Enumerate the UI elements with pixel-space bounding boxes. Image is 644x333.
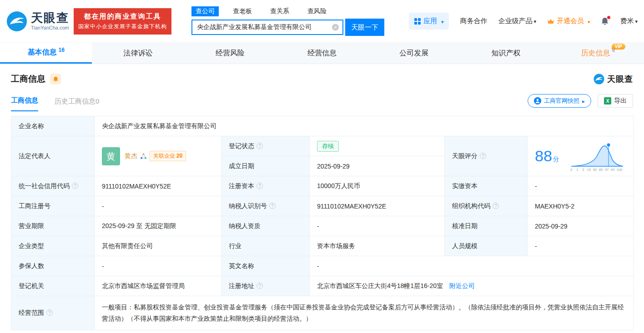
table-row: 企业类型 其他有限责任公司 行业 资本市场服务 人员规模 - — [11, 236, 634, 256]
search-button[interactable]: 天眼一下 — [345, 19, 384, 36]
authority-value: 北京市西城区市场监督管理局 — [95, 276, 221, 296]
svg-text:X: X — [606, 99, 609, 104]
svg-text:3: 3 — [582, 168, 584, 172]
field-label-credit-code: 统一社会信用代码 — [11, 176, 95, 196]
logo-subtitle: TianYanCha.com — [31, 25, 69, 30]
promo-banner: 都在用的商业查询工具 国家中小企业发展子基金旗下机构 — [74, 8, 171, 35]
nearby-companies-link[interactable]: 附近公司 — [449, 282, 475, 289]
field-label-reg-status: 登记状态 — [221, 136, 310, 156]
company-type-value: 其他有限责任公司 — [95, 236, 221, 256]
help-icon[interactable] — [257, 143, 263, 149]
table-row: 工商注册号 - 纳税人识别号 91110102MAEXH0Y52E 组织机构代码… — [11, 196, 634, 216]
tab-operation-risk[interactable]: 经营风险 — [184, 43, 276, 64]
tab-legal-litigation[interactable]: 法律诉讼 — [92, 43, 184, 64]
help-icon[interactable] — [493, 203, 499, 209]
subtab-history-business-info[interactable]: 历史工商信息0 — [55, 97, 99, 111]
tab-intellectual-property[interactable]: 知识产权 — [460, 43, 552, 64]
company-nav-tabs: 基本信息16 法律诉讼 经营风险 经营信息 公司发展 知识产权 VIP 历史信息… — [0, 42, 644, 64]
svg-text:1: 1 — [576, 168, 578, 172]
nav-cooperation[interactable]: 商务合作 — [460, 17, 487, 25]
taxpayer-quali-value: - — [310, 216, 445, 236]
field-label-legal-rep: 法定代表人 — [11, 136, 95, 176]
field-label-address: 注册地址 — [221, 276, 310, 296]
table-row: 企业名称 央企战新产业发展私募基金管理有限公司 — [11, 116, 634, 136]
svg-text:97: 97 — [605, 168, 609, 172]
term-value: 2025-09-29 至 无固定期限 — [95, 216, 221, 236]
help-icon[interactable] — [480, 153, 486, 159]
search-tab-relation[interactable]: 查关系 — [266, 6, 293, 16]
subtab-business-info[interactable]: 工商信息 — [11, 96, 38, 111]
official-snapshot-button[interactable]: 工商官网快照 — [528, 94, 591, 108]
arrow-right-icon — [582, 98, 585, 104]
apps-label: 应用 — [423, 17, 437, 25]
promo-line-2: 国家中小企业发展子基金旗下机构 — [78, 23, 167, 30]
tab-count: 4 — [612, 47, 615, 54]
help-icon[interactable] — [269, 203, 276, 209]
field-label-reg-no: 工商注册号 — [11, 196, 95, 216]
chevron-down-icon — [440, 17, 444, 25]
search-tab-company[interactable]: 查公司 — [191, 6, 219, 16]
help-icon[interactable] — [46, 309, 53, 316]
apps-menu[interactable]: 应用 — [409, 13, 449, 30]
field-label-paid-capital: 实缴资本 — [445, 176, 528, 196]
legal-rep-avatar[interactable]: 黄 — [102, 147, 120, 165]
chevron-down-icon — [586, 17, 590, 25]
svg-text:15: 15 — [587, 168, 591, 172]
svg-text:0: 0 — [570, 168, 572, 172]
tab-basic-info[interactable]: 基本信息16 — [0, 43, 92, 64]
tab-history-info[interactable]: VIP 历史信息4 — [552, 43, 644, 64]
search-tab-risk[interactable]: 查风险 — [303, 6, 331, 16]
establish-date-value: 2025-09-29 — [310, 156, 445, 176]
help-icon[interactable] — [257, 283, 263, 289]
help-icon[interactable] — [72, 183, 78, 189]
field-label-industry: 行业 — [221, 236, 310, 256]
search-input[interactable] — [191, 20, 343, 35]
legal-rep-cell: 黄 黄杰 关联企业20 — [95, 136, 221, 176]
field-label-authority: 登记机关 — [11, 276, 95, 296]
legal-rep-name-link[interactable]: 黄杰 — [125, 152, 137, 160]
field-label-company-type: 企业类型 — [11, 236, 95, 256]
reg-status-value: 存续 — [310, 136, 445, 156]
field-label-term: 营业期限 — [11, 216, 95, 236]
approve-date-value: 2025-09-29 — [528, 216, 634, 236]
help-icon[interactable] — [257, 183, 263, 189]
field-label-company-name: 企业名称 — [11, 116, 95, 136]
nav-enterprise-products[interactable]: 企业级产品 — [498, 17, 536, 25]
table-row: 法定代表人 黄 黄杰 关联企业20 登记状 — [11, 136, 634, 156]
field-label-score: 天眼评分 — [445, 136, 528, 176]
section-header: 工商信息 天眼查 — [0, 64, 644, 87]
subscribe-bell-icon[interactable] — [50, 74, 61, 84]
en-name-value: - — [310, 256, 634, 276]
tab-operation-info[interactable]: 经营信息 — [276, 43, 368, 64]
user-menu[interactable]: 费米 — [620, 17, 638, 25]
tianyancha-logo-icon — [594, 74, 604, 84]
clear-search-icon[interactable] — [332, 24, 339, 31]
svg-text:99: 99 — [611, 168, 614, 172]
notification-bell-icon[interactable] — [601, 17, 609, 26]
business-info-table: 企业名称 央企战新产业发展私募基金管理有限公司 法定代表人 黄 黄杰 关联企业2… — [11, 116, 634, 330]
score-cell: 88分 0 1 3 15 50 85 97 99 100 — [528, 136, 634, 176]
nav-open-vip[interactable]: 开通会员 — [547, 17, 590, 25]
promo-line-1: 都在用的商业查询工具 — [78, 12, 167, 21]
search-block: 查公司 查老板 查关系 查风险 天眼一下 — [191, 6, 384, 36]
field-label-staff-size: 人员规模 — [445, 236, 528, 256]
export-button[interactable]: X 导出 — [598, 94, 633, 108]
svg-text:50: 50 — [593, 168, 597, 172]
reg-capital-value: 10000万人民币 — [310, 176, 445, 196]
section-title: 工商信息 — [11, 73, 45, 85]
field-label-scope: 经营范围 — [11, 296, 95, 330]
tianyancha-logo-icon — [6, 11, 27, 32]
tab-company-development[interactable]: 公司发展 — [368, 43, 460, 64]
related-companies-tag[interactable]: 关联企业20 — [150, 151, 186, 161]
watermark-logo: 天眼查 — [594, 74, 633, 84]
credit-code-value: 91110102MAEXH0Y52E — [95, 176, 221, 196]
field-label-taxpayer-no: 纳税人识别号 — [221, 196, 310, 216]
search-tab-boss[interactable]: 查老板 — [229, 6, 256, 16]
reg-no-value: - — [95, 196, 221, 216]
tianyancha-logo[interactable]: 天眼查 TianYanCha.com — [6, 11, 69, 32]
insured-value: - — [95, 256, 221, 276]
site-header: 天眼查 TianYanCha.com 都在用的商业查询工具 国家中小企业发展子基… — [0, 0, 644, 40]
field-label-reg-capital: 注册资本 — [221, 176, 310, 196]
score-distribution-chart: 0 1 3 15 50 85 97 99 100 — [569, 141, 626, 172]
table-row: 经营范围 一般项目：私募股权投资基金管理、创业投资基金管理服务（须在中国证券投资… — [11, 296, 634, 330]
